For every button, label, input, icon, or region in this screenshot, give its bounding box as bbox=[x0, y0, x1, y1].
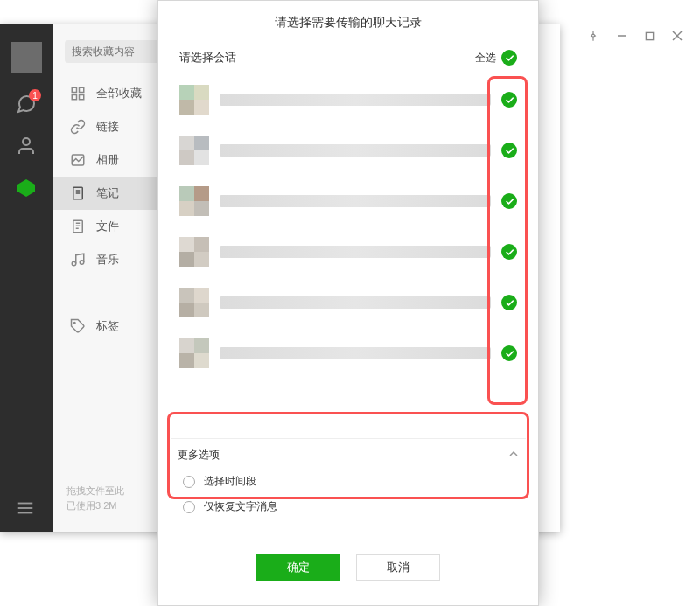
check-icon[interactable] bbox=[501, 92, 517, 108]
svg-rect-6 bbox=[80, 95, 84, 100]
option-time-range[interactable]: 选择时间段 bbox=[183, 474, 514, 489]
conversation-list bbox=[158, 74, 538, 436]
radio-icon bbox=[183, 501, 195, 513]
conversation-item[interactable] bbox=[179, 74, 517, 125]
transfer-chat-dialog: 请选择需要传输的聊天记录 请选择会话 全选 bbox=[158, 0, 539, 606]
maximize-icon[interactable] bbox=[645, 31, 654, 41]
check-icon bbox=[501, 50, 517, 66]
dialog-title: 请选择需要传输的聊天记录 bbox=[158, 1, 538, 46]
contacts-icon[interactable] bbox=[15, 135, 38, 157]
sidebar-item-label: 文件 bbox=[96, 219, 119, 234]
select-all-button[interactable]: 全选 bbox=[475, 50, 517, 66]
sidebar-item-label: 标签 bbox=[96, 318, 119, 334]
svg-point-17 bbox=[80, 261, 84, 265]
conversation-name bbox=[220, 94, 491, 106]
sidebar-item-label: 音乐 bbox=[96, 252, 119, 268]
conversation-item[interactable] bbox=[179, 125, 517, 176]
conversation-avatar bbox=[179, 186, 209, 216]
conversation-item[interactable] bbox=[179, 328, 517, 379]
svg-point-0 bbox=[23, 138, 30, 145]
cancel-button[interactable]: 取消 bbox=[356, 554, 440, 581]
sidebar-item-label: 链接 bbox=[96, 119, 119, 135]
check-icon[interactable] bbox=[501, 193, 517, 209]
conversation-avatar bbox=[179, 338, 209, 368]
sidebar-item-label: 相册 bbox=[96, 152, 119, 168]
conversation-item[interactable] bbox=[179, 176, 517, 226]
select-all-label: 全选 bbox=[475, 51, 496, 66]
conversation-name bbox=[220, 144, 491, 157]
conversation-avatar bbox=[179, 237, 209, 267]
conversation-item[interactable] bbox=[179, 277, 517, 328]
profile-avatar[interactable] bbox=[10, 42, 42, 73]
check-icon[interactable] bbox=[501, 244, 517, 260]
sidebar-item-label: 笔记 bbox=[96, 185, 119, 201]
more-options-panel: 更多选项 选择时间段 仅恢复文字消息 bbox=[171, 438, 526, 525]
svg-rect-5 bbox=[80, 87, 84, 92]
radio-icon bbox=[183, 476, 195, 488]
chevron-up-icon bbox=[508, 449, 519, 462]
conversation-avatar bbox=[179, 288, 209, 317]
svg-rect-4 bbox=[72, 87, 76, 92]
svg-point-16 bbox=[72, 261, 76, 266]
select-conversation-header: 请选择会话 全选 bbox=[158, 46, 538, 74]
check-icon[interactable] bbox=[501, 345, 517, 361]
check-icon[interactable] bbox=[501, 295, 517, 310]
chat-icon[interactable]: 1 bbox=[15, 93, 38, 115]
sidebar-item-label: 全部收藏 bbox=[96, 86, 142, 101]
box-icon[interactable] bbox=[15, 177, 38, 199]
dialog-footer: 确定 取消 bbox=[158, 525, 538, 605]
conversation-name bbox=[220, 347, 491, 359]
section-label: 请选择会话 bbox=[179, 50, 236, 66]
conversation-item[interactable] bbox=[179, 226, 517, 277]
conversation-name bbox=[220, 195, 491, 207]
conversation-avatar bbox=[179, 85, 209, 115]
window-controls bbox=[587, 30, 682, 42]
minimize-icon[interactable] bbox=[617, 31, 627, 41]
hamburger-icon[interactable] bbox=[16, 498, 35, 518]
conversation-name bbox=[220, 246, 491, 258]
more-options-header[interactable]: 更多选项 bbox=[178, 444, 519, 465]
svg-point-18 bbox=[74, 323, 76, 324]
chat-badge: 1 bbox=[29, 89, 41, 101]
conversation-avatar bbox=[179, 136, 209, 165]
close-icon[interactable] bbox=[672, 31, 682, 41]
option-text-only[interactable]: 仅恢复文字消息 bbox=[183, 499, 514, 514]
pin-icon[interactable] bbox=[587, 30, 599, 42]
confirm-button[interactable]: 确定 bbox=[256, 554, 340, 581]
left-rail: 1 bbox=[0, 24, 52, 532]
svg-rect-7 bbox=[72, 95, 76, 100]
conversation-name bbox=[220, 296, 491, 309]
check-icon[interactable] bbox=[501, 143, 517, 158]
svg-rect-21 bbox=[646, 32, 653, 39]
